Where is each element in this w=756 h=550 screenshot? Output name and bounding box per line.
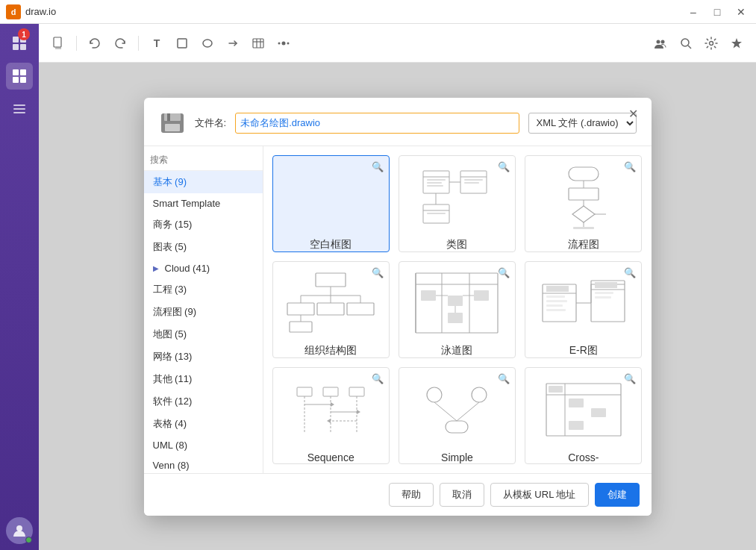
svg-rect-109 — [446, 421, 468, 433]
svg-rect-11 — [13, 108, 25, 110]
svg-rect-75 — [448, 313, 463, 323]
template-label-blank: 空白框图 — [310, 238, 352, 251]
svg-rect-56 — [573, 227, 594, 229]
magnify-icon-simple[interactable]: 🔍 — [497, 372, 510, 386]
template-label-org: 组织结构图 — [304, 344, 357, 357]
shape-button[interactable] — [172, 33, 193, 54]
svg-point-27 — [681, 39, 689, 46]
template-blank[interactable]: 🔍 空白框图 — [272, 155, 390, 252]
filename-input[interactable] — [235, 113, 519, 134]
svg-rect-16 — [178, 39, 187, 48]
category-item-tables[interactable]: 表格 (4) — [144, 413, 263, 435]
table-button[interactable] — [248, 33, 269, 54]
close-button[interactable]: ✕ — [732, 3, 750, 21]
svg-rect-5 — [20, 44, 26, 50]
create-button[interactable]: 创建 — [595, 483, 640, 507]
category-item-flowchart[interactable]: 流程图 (9) — [144, 301, 263, 323]
notification-badge: 1 — [18, 28, 30, 40]
svg-rect-118 — [569, 421, 584, 430]
magnify-icon-sequence[interactable]: 🔍 — [371, 372, 384, 386]
url-button[interactable]: 从模板 URL 地址 — [490, 483, 589, 507]
template-org[interactable]: 🔍 — [272, 261, 390, 358]
magnify-icon-swimlane[interactable]: 🔍 — [497, 266, 510, 280]
svg-rect-12 — [13, 112, 25, 113]
svg-rect-85 — [546, 304, 563, 307]
template-label-simple: Simple — [441, 451, 473, 463]
zoom-button[interactable] — [675, 33, 696, 54]
extra-button[interactable] — [273, 33, 294, 54]
sidebar: 1 — [0, 24, 39, 550]
svg-point-23 — [278, 42, 281, 44]
svg-point-24 — [287, 42, 290, 44]
svg-rect-33 — [167, 113, 170, 121]
page-button[interactable] — [48, 33, 69, 54]
svg-point-25 — [657, 40, 660, 43]
category-item-cloud[interactable]: ▶ Cloud (41) — [144, 258, 263, 278]
category-item-basic[interactable]: 基本 (9) — [144, 171, 263, 193]
svg-rect-38 — [427, 182, 442, 184]
svg-rect-72 — [421, 290, 436, 301]
sidebar-item-diagrams[interactable] — [6, 63, 33, 90]
redo-button[interactable] — [110, 33, 131, 54]
content-area: T — [39, 24, 756, 550]
template-er[interactable]: 🔍 — [525, 261, 642, 358]
template-cross[interactable]: 🔍 — [525, 367, 642, 464]
magnify-icon[interactable]: 🔍 — [371, 160, 384, 174]
magnify-icon-cross[interactable]: 🔍 — [623, 372, 637, 386]
ellipse-button[interactable] — [197, 33, 218, 54]
template-swimlane[interactable]: 🔍 — [399, 261, 516, 358]
svg-rect-42 — [464, 179, 483, 181]
magnify-icon-class[interactable]: 🔍 — [497, 160, 510, 174]
svg-point-22 — [282, 41, 286, 45]
main-toolbar: T — [39, 24, 756, 63]
sep2 — [138, 36, 139, 51]
svg-marker-53 — [572, 206, 595, 222]
category-item-engineering[interactable]: 工程 (3) — [144, 278, 263, 301]
svg-rect-96 — [323, 387, 338, 396]
svg-point-107 — [427, 387, 442, 402]
filetype-select[interactable]: XML 文件 (.drawio)PNG 图片 (.png)SVG 矢量图 (.s… — [528, 113, 637, 134]
template-class[interactable]: 🔍 — [399, 155, 516, 252]
category-item-business[interactable]: 商务 (15) — [144, 213, 263, 236]
sep1 — [76, 36, 77, 51]
category-item-maps[interactable]: 地图 (5) — [144, 323, 263, 346]
magnify-icon-er[interactable]: 🔍 — [623, 266, 637, 280]
modal-overlay: 文件名: XML 文件 (.drawio)PNG 图片 (.png)SVG 矢量… — [39, 63, 756, 550]
svg-rect-46 — [427, 213, 446, 214]
svg-rect-64 — [317, 303, 344, 315]
svg-text:d: d — [11, 7, 16, 16]
maximize-button[interactable]: □ — [708, 3, 726, 21]
svg-rect-8 — [13, 77, 19, 83]
magnify-icon-org[interactable]: 🔍 — [371, 266, 384, 280]
svg-marker-104 — [357, 410, 360, 414]
search-input[interactable] — [150, 154, 262, 165]
extras-button[interactable] — [726, 33, 747, 54]
category-item-other[interactable]: 其他 (11) — [144, 368, 263, 390]
connect-button[interactable] — [222, 33, 243, 54]
cancel-button[interactable]: 取消 — [440, 483, 484, 507]
collab-button[interactable] — [650, 33, 671, 54]
category-item-charts[interactable]: 图表 (5) — [144, 236, 263, 258]
minimize-button[interactable]: – — [684, 3, 702, 21]
template-sequence[interactable]: 🔍 — [272, 367, 390, 464]
template-simple[interactable]: 🔍 Simp — [399, 367, 516, 464]
undo-button[interactable] — [84, 33, 105, 54]
template-grid: 🔍 空白框图 🔍 — [263, 146, 652, 473]
user-avatar[interactable] — [6, 517, 33, 544]
dialog-close-button[interactable]: ✕ — [625, 105, 643, 123]
text-button[interactable]: T — [146, 33, 167, 54]
settings-button[interactable] — [701, 33, 722, 54]
magnify-icon-flowchart[interactable]: 🔍 — [623, 160, 637, 174]
category-item-uml[interactable]: UML (8) — [144, 435, 263, 455]
svg-rect-82 — [546, 286, 569, 292]
svg-rect-92 — [595, 282, 617, 288]
category-item-smart[interactable]: Smart Template — [144, 193, 263, 213]
help-button[interactable]: 帮助 — [389, 483, 434, 507]
sidebar-item-shapes[interactable] — [6, 96, 33, 122]
category-item-venn[interactable]: Venn (8) — [144, 455, 263, 473]
template-label-flowchart: 流程图 — [568, 238, 599, 251]
category-item-software[interactable]: 软件 (12) — [144, 390, 263, 413]
template-label-cross: Cross- — [568, 451, 599, 463]
template-flowchart[interactable]: 🔍 — [525, 155, 642, 252]
category-item-network[interactable]: 网络 (13) — [144, 346, 263, 368]
